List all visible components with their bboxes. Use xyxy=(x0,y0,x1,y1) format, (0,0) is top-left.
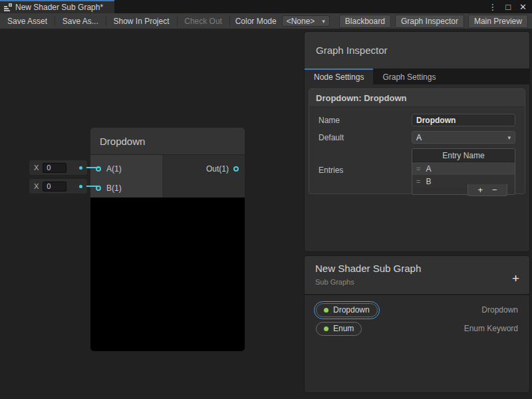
dropdown-settings-group: Dropdown: Dropdown Name Dropdown Default… xyxy=(309,88,525,194)
title-bar: New Shader Sub Graph* ⋮ □ ✕ xyxy=(0,0,532,13)
default-value: A xyxy=(416,133,507,142)
blackboard-subtitle: Sub Graphs xyxy=(315,278,519,286)
add-property-button[interactable]: + xyxy=(512,272,519,285)
property-name: Dropdown xyxy=(333,305,370,315)
entry-name: A xyxy=(426,164,431,174)
entries-list-controls: + − xyxy=(467,184,507,196)
entry-row[interactable]: = A xyxy=(412,162,515,175)
toolbar: Save Asset Save As... Show In Project Ch… xyxy=(0,13,532,29)
default-dropdown[interactable]: A ▾ xyxy=(412,131,515,144)
tab-node-settings[interactable]: Node Settings xyxy=(305,68,373,84)
input-b-value-widget: X 0 xyxy=(29,179,87,194)
drag-handle-icon[interactable]: = xyxy=(416,165,420,173)
name-field[interactable]: Dropdown xyxy=(412,114,515,126)
chevron-down-icon: ▾ xyxy=(507,134,511,141)
main-preview-toggle-button[interactable]: Main Preview xyxy=(468,15,528,28)
drag-handle-icon[interactable]: = xyxy=(416,178,420,186)
port-out-icon[interactable] xyxy=(233,166,239,172)
maximize-icon[interactable]: □ xyxy=(505,3,511,11)
axis-x-label: X xyxy=(34,182,39,190)
enum-property-pill[interactable]: Enum xyxy=(316,322,362,336)
dropdown-node[interactable]: Dropdown A(1) B(1) Out(1) xyxy=(90,128,245,351)
color-mode-dropdown[interactable]: <None> ▾ xyxy=(282,15,330,27)
inspector-tab-bar: Node Settings Graph Settings xyxy=(305,68,529,84)
input-port-b-label: B(1) xyxy=(106,184,122,193)
input-a-value-field[interactable]: 0 xyxy=(43,163,66,173)
input-port-a-label: A(1) xyxy=(106,164,122,174)
group-title: Dropdown: Dropdown xyxy=(309,89,525,107)
default-label: Default xyxy=(319,133,412,142)
blackboard-panel: New Shader Sub Graph Sub Graphs + Dropdo… xyxy=(305,256,529,392)
remove-entry-button[interactable]: − xyxy=(492,186,497,194)
edge-a[interactable] xyxy=(86,167,99,168)
add-entry-button[interactable]: + xyxy=(477,186,483,194)
shader-graph-icon xyxy=(4,3,12,11)
dropdown-property-pill[interactable]: Dropdown xyxy=(316,303,378,317)
tab-title: New Shader Sub Graph* xyxy=(15,3,103,12)
color-mode-value: <None> xyxy=(287,17,320,26)
show-in-project-button[interactable]: Show In Project xyxy=(106,13,176,29)
property-type-label: Enum Keyword xyxy=(464,324,518,333)
node-output-ports: Out(1) xyxy=(162,155,245,198)
input-b-value-field[interactable]: 0 xyxy=(43,182,66,192)
node-title[interactable]: Dropdown xyxy=(90,128,245,155)
axis-x-label: X xyxy=(34,164,39,172)
name-label: Name xyxy=(319,116,412,125)
menu-icon[interactable]: ⋮ xyxy=(488,3,497,11)
widget-b-port-icon[interactable] xyxy=(79,185,82,188)
property-name: Enum xyxy=(333,324,354,333)
save-asset-button[interactable]: Save Asset xyxy=(0,13,55,29)
entry-name: B xyxy=(426,177,431,186)
document-tab[interactable]: New Shader Sub Graph* xyxy=(0,0,114,13)
blackboard-title: New Shader Sub Graph xyxy=(315,263,519,274)
property-dot-icon xyxy=(324,308,329,313)
property-dot-icon xyxy=(324,327,329,331)
blackboard-toggle-button[interactable]: Blackboard xyxy=(339,15,391,28)
property-type-label: Dropdown xyxy=(481,305,518,315)
tab-graph-settings[interactable]: Graph Settings xyxy=(373,68,445,84)
blackboard-item-dropdown: Dropdown Dropdown xyxy=(305,301,529,319)
inspector-title: Graph Inspector xyxy=(305,32,529,68)
unity-shader-graph-window: New Shader Sub Graph* ⋮ □ ✕ Save Asset S… xyxy=(0,0,532,399)
widget-a-port-icon[interactable] xyxy=(79,166,82,170)
close-icon[interactable]: ✕ xyxy=(519,3,527,11)
entries-header: Entry Name xyxy=(412,149,515,162)
input-port-row-a: A(1) xyxy=(90,159,162,178)
input-port-row-b: B(1) xyxy=(90,178,162,198)
save-as-button[interactable]: Save As... xyxy=(55,13,106,29)
color-mode-label: Color Mode xyxy=(230,17,282,26)
entries-label: Entries xyxy=(319,166,412,175)
graph-inspector-panel: Graph Inspector Node Settings Graph Sett… xyxy=(305,32,529,251)
input-a-value-widget: X 0 xyxy=(29,160,87,175)
graph-inspector-toggle-button[interactable]: Graph Inspector xyxy=(395,15,464,28)
blackboard-item-enum: Enum Enum Keyword xyxy=(305,319,529,338)
output-port-label: Out(1) xyxy=(206,164,229,174)
chevron-down-icon: ▾ xyxy=(322,18,325,25)
check-out-button: Check Out xyxy=(177,13,229,29)
node-input-ports: A(1) B(1) xyxy=(90,155,162,198)
output-port-row: Out(1) xyxy=(162,159,245,178)
edge-b[interactable] xyxy=(86,186,99,187)
node-preview xyxy=(90,198,245,351)
window-controls: ⋮ □ ✕ xyxy=(488,0,527,13)
blackboard-header: New Shader Sub Graph Sub Graphs + xyxy=(305,256,529,295)
